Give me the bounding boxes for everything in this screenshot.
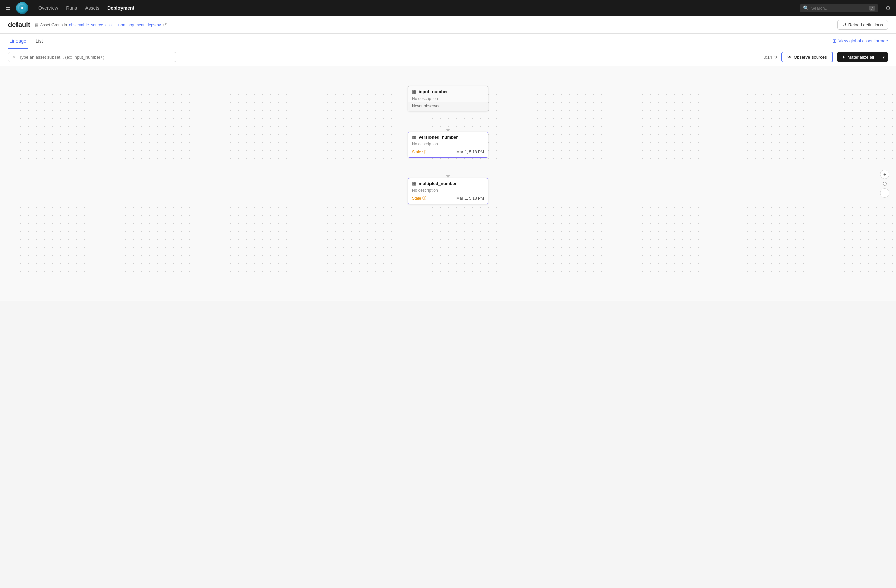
stale-icon-multipled: ⓘ [422, 196, 427, 201]
asset-node-input-number[interactable]: ▦ input_number No description Never obse… [408, 86, 488, 111]
status-date-multipled: Mar 1, 5:18 PM [456, 196, 484, 201]
timer-display: 0:14 ↺ [764, 55, 777, 59]
node-name-input-number: input_number [419, 89, 448, 94]
node-name-multipled-number: multipled_number [419, 181, 457, 186]
status-date-input-number: – [482, 103, 484, 108]
search-icon: 🔍 [803, 5, 809, 11]
gear-icon[interactable]: ⚙ [885, 5, 891, 12]
node-header-versioned-number: ▦ versioned_number [408, 132, 488, 141]
refresh-icon[interactable]: ↺ [774, 55, 777, 59]
node-header-multipled-number: ▦ multipled_number [408, 178, 488, 188]
asset-node-multipled-number[interactable]: ▦ multipled_number No description Stale … [408, 178, 488, 204]
zoom-handle[interactable] [882, 182, 887, 186]
stale-label-versioned: Stale [412, 150, 421, 154]
node-table-icon-2: ▦ [412, 135, 416, 140]
menu-icon[interactable]: ☰ [5, 5, 11, 12]
lineage-canvas: ▦ input_number No description Never obse… [0, 66, 896, 301]
materialize-label: Materialize all [847, 55, 874, 59]
stale-label-multipled: Stale [412, 196, 421, 201]
nav-overview[interactable]: Overview [35, 3, 61, 13]
zoom-controls: + − [880, 170, 889, 198]
search-slash: / [869, 6, 875, 11]
global-lineage-link[interactable]: ⊞ View global asset lineage [832, 38, 888, 44]
node-desc-multipled-number: No description [408, 188, 488, 194]
toolbar: ✳ 0:14 ↺ 👁 Observe sources ✦ Materialize… [0, 49, 896, 66]
node-wrapper-multipled-number: ▦ multipled_number No description Stale … [408, 178, 488, 204]
node-status-versioned-number: Stale ⓘ Mar 1, 5:18 PM [408, 148, 488, 157]
node-desc-input-number: No description [408, 96, 488, 102]
connector-1 [448, 111, 448, 132]
lineage-nodes: ▦ input_number No description Never obse… [0, 66, 896, 204]
subset-input[interactable] [19, 55, 172, 59]
status-label-input-number: Never observed [412, 103, 440, 108]
nav-assets[interactable]: Assets [82, 3, 103, 13]
global-lineage-icon: ⊞ [832, 38, 837, 44]
asset-group-icon: ▦ [34, 22, 38, 27]
reload-definitions-button[interactable]: ↺ Reload definitions [837, 20, 888, 30]
reload-icon: ↺ [843, 22, 846, 27]
page-title: default [8, 21, 30, 29]
node-status-multipled-number: Stale ⓘ Mar 1, 5:18 PM [408, 194, 488, 204]
timer-value: 0:14 [764, 55, 772, 59]
observe-label: Observe sources [794, 55, 827, 59]
subset-icon: ✳ [12, 55, 16, 59]
node-header-input-number: ▦ input_number [408, 87, 488, 96]
search-input[interactable] [811, 6, 867, 11]
app-logo[interactable] [16, 2, 28, 14]
tab-list[interactable]: List [34, 34, 44, 49]
observe-icon: 👁 [787, 55, 792, 59]
materialize-dropdown-button[interactable]: ▾ [879, 52, 888, 62]
node-status-input-number: Never observed – [408, 102, 488, 111]
subset-input-wrapper: ✳ [8, 52, 176, 62]
search-box: 🔍 / [800, 4, 879, 12]
nav-runs[interactable]: Runs [62, 3, 81, 13]
asset-node-versioned-number[interactable]: ▦ versioned_number No description Stale … [408, 132, 488, 158]
node-name-versioned-number: versioned_number [419, 135, 458, 140]
nav-links: Overview Runs Assets Deployment [35, 3, 138, 13]
tab-lineage[interactable]: Lineage [8, 34, 27, 49]
subheader: default ▦ Asset Group in observable_sour… [0, 16, 896, 33]
asset-group-link[interactable]: observable_source_ass...._non_argument_d… [69, 23, 161, 27]
materialize-button-group: ✦ Materialize all ▾ [837, 52, 888, 62]
observe-sources-button[interactable]: 👁 Observe sources [781, 52, 833, 62]
global-lineage-label: View global asset lineage [839, 38, 888, 43]
materialize-all-button[interactable]: ✦ Materialize all [837, 52, 879, 62]
subheader-badge: ▦ Asset Group in observable_source_ass..… [34, 22, 167, 27]
tabs-bar: Lineage List ⊞ View global asset lineage [0, 33, 896, 49]
connector-2 [448, 158, 448, 178]
node-wrapper-versioned-number: ▦ versioned_number No description Stale … [408, 132, 488, 178]
stale-icon-versioned: ⓘ [422, 149, 427, 155]
zoom-out-button[interactable]: − [880, 188, 889, 198]
status-date-versioned: Mar 1, 5:18 PM [456, 150, 484, 154]
top-navigation: ☰ Overview Runs Assets Deployment 🔍 / ⚙ [0, 0, 896, 16]
node-desc-versioned-number: No description [408, 141, 488, 148]
node-table-icon: ▦ [412, 89, 416, 94]
zoom-in-button[interactable]: + [880, 170, 889, 179]
reload-label: Reload definitions [848, 22, 883, 27]
nav-deployment[interactable]: Deployment [104, 3, 138, 13]
status-stale-versioned: Stale ⓘ [412, 149, 427, 155]
badge-text: Asset Group in [40, 23, 67, 27]
status-stale-multipled: Stale ⓘ [412, 196, 427, 201]
node-table-icon-3: ▦ [412, 181, 416, 186]
node-wrapper-input-number: ▦ input_number No description Never obse… [408, 86, 488, 132]
svg-point-1 [21, 7, 23, 9]
subheader-refresh-icon[interactable]: ↺ [163, 22, 167, 27]
materialize-icon: ✦ [842, 55, 846, 59]
